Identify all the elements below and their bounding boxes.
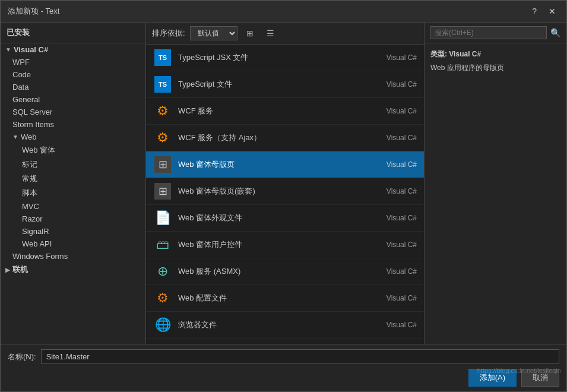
name-input[interactable]	[41, 349, 559, 364]
item-category: Visual C#	[369, 294, 417, 302]
right-panel: 🔍 类型: Visual C# Web 应用程序的母版页	[424, 23, 566, 344]
items-list: TSTypeScript JSX 文件Visual C#TSTypeScript…	[146, 45, 424, 344]
list-item[interactable]: ⊕Web 服务 (ASMX)Visual C#	[146, 258, 424, 285]
item-icon-web-master: ⊞	[153, 155, 172, 174]
item-category: Visual C#	[369, 241, 417, 249]
list-view-button[interactable]: ☰	[262, 26, 278, 40]
item-category: Visual C#	[369, 134, 417, 142]
installed-header: 已安装	[1, 23, 145, 43]
item-icon-web-config: ⚙	[153, 289, 172, 308]
middle-panel: 排序依据: 默认值 名称 类型 ⊞ ☰ TSTypeScript JSX 文件V…	[146, 23, 424, 344]
item-category: Visual C#	[369, 267, 417, 276]
title-bar: 添加新项 - Text ? ✕	[1, 1, 566, 23]
search-bar: 🔍	[425, 23, 566, 43]
item-name: WCF 服务	[178, 106, 363, 116]
help-button[interactable]: ?	[528, 5, 540, 17]
tree-item-code[interactable]: Code	[1, 68, 145, 81]
item-category: Visual C#	[369, 53, 417, 62]
tree-item-web-signalr[interactable]: SignalR	[1, 225, 145, 238]
item-icon-browser: 🌐	[153, 315, 172, 334]
item-name: Web 窗体外观文件	[178, 213, 363, 223]
main-content: 已安装 ▼Visual C#WPFCodeDataGeneralSQL Serv…	[1, 23, 566, 344]
tree-item-general[interactable]: General	[1, 93, 145, 106]
item-name: Web 窗体用户控件	[178, 239, 363, 250]
item-name: Web 配置文件	[178, 293, 363, 304]
right-info: 类型: Visual C# Web 应用程序的母版页	[425, 43, 566, 79]
tree-item-windows-forms[interactable]: Windows Forms	[1, 250, 145, 263]
item-name: 浏览器文件	[178, 320, 363, 330]
tree-item-web-mvc[interactable]: MVC	[1, 200, 145, 213]
tree-item-web-常规[interactable]: 常规	[1, 172, 145, 186]
tree-item-lian-ji[interactable]: ▶联机	[1, 263, 145, 277]
item-name: TypeScript 文件	[178, 79, 363, 90]
item-name: WCF 服务（支持 Ajax）	[178, 132, 363, 143]
item-icon-ts: TS	[153, 75, 172, 94]
tree-item-data[interactable]: Data	[1, 81, 145, 93]
info-type: 类型: Visual C#	[430, 49, 560, 59]
sort-label: 排序依据:	[152, 28, 185, 39]
item-icon-web-skin: 📄	[153, 208, 172, 227]
item-category: Visual C#	[369, 187, 417, 195]
list-item[interactable]: 📄Web 窗体外观文件Visual C#	[146, 205, 424, 232]
item-icon-web-service: ⊕	[153, 262, 172, 281]
tree-item-web[interactable]: ▼Web	[1, 131, 145, 143]
title-bar-left: 添加新项 - Text	[8, 6, 59, 17]
item-name: Web 服务 (ASMX)	[178, 266, 363, 277]
list-item[interactable]: TSTypeScript 文件Visual C#	[146, 71, 424, 98]
dialog-title: 添加新项 - Text	[8, 6, 59, 17]
list-item[interactable]: TSTypeScript JSX 文件Visual C#	[146, 45, 424, 71]
tree-item-web-脚本[interactable]: 脚本	[1, 186, 145, 200]
item-name: Web 窗体母版页	[178, 159, 363, 170]
tree-item-visual-cs[interactable]: ▼Visual C#	[1, 43, 145, 56]
grid-view-button[interactable]: ⊞	[242, 26, 258, 40]
tree-item-wpf[interactable]: WPF	[1, 56, 145, 68]
search-input[interactable]	[430, 26, 547, 39]
list-item[interactable]: ⊞Web 窗体母版页(嵌套)Visual C#	[146, 178, 424, 205]
tree-item-web-窗体[interactable]: Web 窗体	[1, 143, 145, 157]
item-icon-wcf-ajax: ⚙	[153, 128, 172, 147]
item-category: Visual C#	[369, 321, 417, 329]
bottom-buttons: https://blog.csdn.net/lesileqin 添加(A) 取消	[8, 369, 559, 387]
item-category: Visual C#	[369, 214, 417, 222]
watermark: https://blog.csdn.net/lesileqin	[477, 367, 561, 374]
close-button[interactable]: ✕	[545, 5, 559, 17]
search-button[interactable]: 🔍	[550, 28, 560, 37]
item-name: TypeScript JSX 文件	[178, 52, 363, 63]
item-icon-ts-jsx: TS	[153, 48, 172, 67]
list-item[interactable]: 🗃Web 窗体用户控件Visual C#	[146, 232, 424, 258]
dialog: 添加新项 - Text ? ✕ 已安装 ▼Visual C#WPFCodeDat…	[0, 0, 567, 392]
list-item[interactable]: ⚙WCF 服务（支持 Ajax）Visual C#	[146, 125, 424, 151]
toolbar: 排序依据: 默认值 名称 类型 ⊞ ☰	[146, 23, 424, 45]
tree-container: ▼Visual C#WPFCodeDataGeneralSQL ServerSt…	[1, 43, 145, 277]
name-label: 名称(N):	[8, 352, 36, 362]
info-desc: Web 应用程序的母版页	[430, 63, 560, 73]
list-item[interactable]: ⚙Web 配置文件Visual C#	[146, 285, 424, 312]
list-item[interactable]: 🌐浏览器文件Visual C#	[146, 312, 424, 339]
tree-item-web-标记[interactable]: 标记	[1, 157, 145, 172]
item-name: Web 窗体母版页(嵌套)	[178, 186, 363, 197]
items-container: TSTypeScript JSX 文件Visual C#TSTypeScript…	[146, 45, 424, 344]
item-category: Visual C#	[369, 80, 417, 88]
item-category: Visual C#	[369, 160, 417, 169]
list-item[interactable]: ⚙WCF 服务Visual C#	[146, 98, 424, 125]
tree-item-storm-items[interactable]: Storm Items	[1, 118, 145, 131]
tree-item-sql-server[interactable]: SQL Server	[1, 106, 145, 118]
tree-item-web-razor[interactable]: Razor	[1, 213, 145, 225]
list-item[interactable]: ⊞Web 窗体母版页Visual C#	[146, 151, 424, 178]
name-row: 名称(N):	[8, 349, 559, 364]
bottom-bar: 名称(N): https://blog.csdn.net/lesileqin 添…	[1, 344, 566, 391]
item-category: Visual C#	[369, 107, 417, 115]
sort-select[interactable]: 默认值 名称 类型	[190, 26, 237, 40]
item-icon-wcf: ⚙	[153, 102, 172, 121]
item-icon-web-master-nested: ⊞	[153, 182, 172, 201]
left-panel: 已安装 ▼Visual C#WPFCodeDataGeneralSQL Serv…	[1, 23, 146, 344]
title-bar-right: ? ✕	[528, 5, 559, 17]
list-item[interactable]: 🔧一般处理程序Visual C#	[146, 339, 424, 344]
tree-item-web-api[interactable]: Web API	[1, 238, 145, 250]
item-icon-web-control: 🗃	[153, 235, 172, 254]
